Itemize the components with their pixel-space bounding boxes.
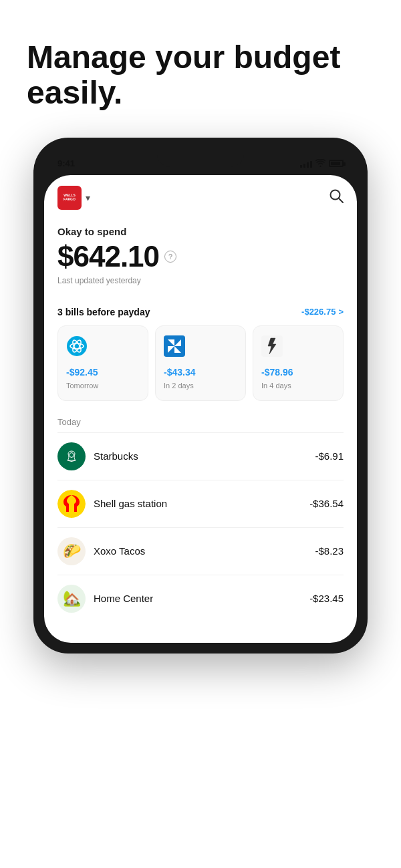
bill-3-amount: -$78.96: [261, 367, 335, 378]
spend-label: Okay to spend: [57, 226, 344, 237]
bill-card-electric[interactable]: -$78.96 In 4 days: [253, 325, 344, 401]
transaction-name: Xoxo Tacos: [94, 545, 307, 557]
transaction-row[interactable]: 🌮 Xoxo Tacos -$8.23: [57, 527, 344, 575]
bill-1-timing: Tomorrow: [66, 382, 98, 390]
status-bar: 9:41: [44, 148, 357, 175]
phone-screen: WELLSFARGO ▾ Okay to spend: [44, 175, 357, 643]
transaction-name: Home Center: [94, 593, 301, 604]
signal-bars-icon: [300, 160, 312, 168]
electric-icon: [261, 335, 335, 361]
starbucks-icon: [57, 442, 86, 470]
transaction-amount: -$36.54: [309, 498, 344, 509]
phone-frame: 9:41: [33, 138, 368, 654]
bills-chevron-icon: >: [338, 307, 344, 317]
bill-card-chase[interactable]: -$43.34 In 2 days: [155, 325, 246, 401]
transaction-amount: -$8.23: [315, 545, 344, 557]
spend-amount-row: $642.10 ?: [57, 240, 344, 273]
shell-icon: [57, 490, 86, 518]
bill-2-timing: In 2 days: [164, 382, 194, 390]
chase-icon: [164, 335, 237, 361]
bill-3-timing: In 4 days: [261, 382, 291, 390]
svg-line-1: [339, 198, 343, 202]
app-header: WELLSFARGO ▾: [44, 175, 357, 215]
bills-header: 3 bills before payday -$226.75 >: [57, 307, 344, 317]
account-chevron-icon[interactable]: ▾: [86, 192, 90, 203]
bills-total[interactable]: -$226.75 >: [301, 307, 344, 317]
bill-1-amount: -$92.45: [66, 367, 140, 378]
status-time: 9:41: [57, 158, 75, 168]
transaction-amount: -$23.45: [309, 593, 344, 604]
bill-card-att[interactable]: -$92.45 Tomorrow: [57, 325, 148, 401]
transaction-name: Shell gas station: [94, 498, 301, 509]
spend-updated: Last updated yesterday: [57, 276, 344, 285]
att-icon: [66, 335, 140, 361]
spend-section: Okay to spend $642.10 ? Last updated yes…: [44, 215, 357, 301]
transaction-name: Starbucks: [94, 450, 307, 462]
taco-icon: 🌮: [57, 537, 86, 565]
transactions-section: Today Starbucks -$6.91: [44, 412, 357, 622]
search-button[interactable]: [329, 188, 344, 206]
transaction-row[interactable]: Starbucks -$6.91: [57, 432, 344, 480]
hero-section: Manage your budget easily.: [0, 0, 401, 138]
home-center-icon: 🏡: [57, 585, 86, 613]
bills-section: 3 bills before payday -$226.75 >: [44, 301, 357, 412]
date-section-label: Today: [57, 417, 344, 427]
wells-fargo-logo: WELLSFARGO: [57, 186, 82, 210]
spend-info-icon[interactable]: ?: [164, 251, 176, 263]
bank-logo[interactable]: WELLSFARGO ▾: [57, 186, 90, 210]
app-content: WELLSFARGO ▾ Okay to spend: [44, 175, 357, 622]
bills-total-amount: -$226.75: [301, 307, 336, 317]
transaction-row[interactable]: 🏡 Home Center -$23.45: [57, 575, 344, 622]
battery-icon: [329, 160, 344, 167]
spend-amount: $642.10: [57, 240, 159, 273]
bills-title: 3 bills before payday: [57, 307, 150, 317]
status-icons: [300, 159, 344, 168]
bill-2-amount: -$43.34: [164, 367, 237, 378]
bills-cards: -$92.45 Tomorrow: [57, 325, 344, 401]
wifi-icon: [315, 159, 325, 168]
transaction-amount: -$6.91: [315, 450, 344, 462]
hero-title: Manage your budget easily.: [27, 40, 374, 111]
phone-notch: [157, 148, 244, 167]
transaction-row[interactable]: Shell gas station -$36.54: [57, 480, 344, 527]
phone-wrapper: 9:41: [0, 138, 401, 680]
